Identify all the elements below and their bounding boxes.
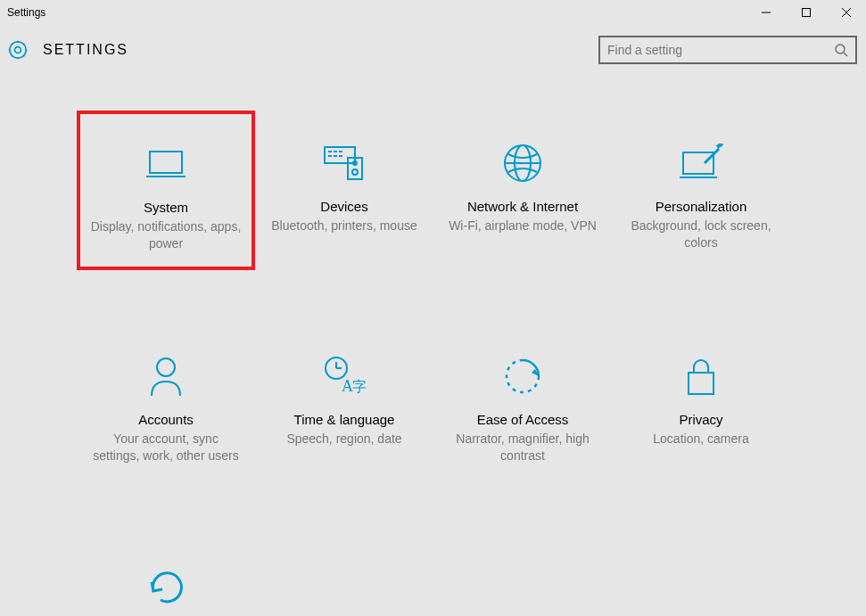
tile-title: Personalization (656, 199, 747, 214)
tile-desc: Speech, region, date (286, 431, 401, 448)
tile-title: Devices (320, 199, 367, 214)
search-icon (834, 43, 848, 57)
tile-title: System (144, 200, 188, 215)
minimize-icon (761, 7, 771, 18)
tile-personalization[interactable]: Personalization Background, lock screen,… (612, 111, 790, 270)
header: SETTINGS (0, 25, 866, 75)
personalization-icon (678, 138, 724, 188)
minimize-button[interactable] (746, 0, 786, 25)
svg-point-19 (352, 169, 358, 175)
svg-line-7 (844, 53, 847, 56)
lock-icon (683, 351, 719, 401)
close-button[interactable] (826, 0, 866, 25)
tile-ease-of-access[interactable]: Ease of Access Narrator, magnifier, high… (433, 324, 612, 481)
tile-network[interactable]: Network & Internet Wi-Fi, airplane mode,… (433, 111, 612, 270)
update-icon (144, 563, 187, 612)
svg-rect-8 (150, 152, 182, 173)
page-title: SETTINGS (43, 42, 128, 58)
ease-of-access-icon (501, 351, 544, 401)
svg-point-6 (836, 45, 845, 53)
tile-desc: Your account, sync settings, work, other… (90, 431, 242, 464)
tile-time-language[interactable]: A 字 Time & language Speech, region, date (255, 324, 433, 481)
header-left: SETTINGS (5, 37, 128, 62)
settings-grid: System Display, notifications, apps, pow… (0, 75, 866, 616)
tile-title: Accounts (138, 412, 194, 427)
time-language-icon: A 字 (322, 351, 367, 401)
close-icon (841, 7, 852, 18)
tile-accounts[interactable]: Accounts Your account, sync settings, wo… (77, 324, 255, 481)
tile-devices[interactable]: Devices Bluetooth, printers, mouse (255, 111, 433, 270)
tile-desc: Location, camera (653, 431, 748, 448)
tile-title: Ease of Access (477, 412, 569, 427)
svg-rect-31 (689, 373, 713, 394)
tile-system[interactable]: System Display, notifications, apps, pow… (77, 111, 255, 270)
svg-point-5 (10, 42, 26, 58)
tile-desc: Narrator, magnifier, high contrast (447, 431, 598, 464)
svg-point-4 (15, 47, 21, 53)
svg-text:字: 字 (352, 379, 367, 394)
window-title: Settings (7, 6, 45, 19)
tile-update-security[interactable]: Update & security Windows Update, recove… (77, 535, 255, 616)
tile-desc: Bluetooth, printers, mouse (271, 218, 417, 234)
maximize-button[interactable] (786, 0, 826, 25)
svg-rect-1 (802, 9, 810, 17)
svg-point-25 (157, 358, 175, 376)
globe-icon (501, 138, 544, 188)
titlebar: Settings (0, 0, 866, 25)
search-input[interactable] (607, 43, 834, 57)
gear-icon (5, 37, 30, 62)
tile-title: Network & Internet (467, 199, 578, 214)
tile-desc: Display, notifications, apps, power (90, 218, 242, 252)
maximize-icon (801, 7, 812, 18)
person-icon (146, 351, 186, 401)
tile-title: Time & language (294, 412, 395, 427)
devices-icon (321, 138, 367, 188)
display-icon (144, 139, 187, 189)
tile-desc: Wi-Fi, airplane mode, VPN (449, 218, 597, 234)
tile-privacy[interactable]: Privacy Location, camera (612, 324, 790, 481)
tile-desc: Background, lock screen, colors (625, 218, 777, 251)
window-controls (746, 0, 866, 25)
tile-title: Privacy (679, 412, 722, 427)
search-box[interactable] (598, 36, 857, 64)
svg-rect-23 (683, 152, 713, 174)
